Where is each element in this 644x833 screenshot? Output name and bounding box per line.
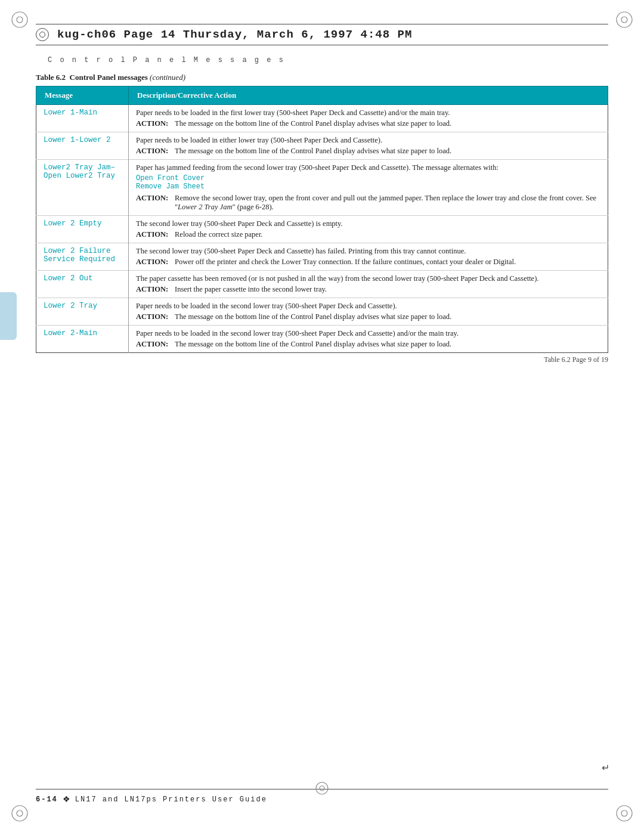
table-continued: (continued)	[150, 73, 185, 82]
footer-diamond: ❖	[63, 794, 70, 804]
action-label: ACTION:	[136, 230, 175, 239]
bottom-cross	[315, 782, 329, 797]
action-text: The message on the bottom line of the Co…	[175, 119, 451, 128]
svg-point-3	[621, 17, 627, 23]
message-cell: Lower 2 Out	[36, 271, 129, 298]
description-cell: Paper has jammed feeding from the second…	[129, 160, 608, 216]
right-arrow: ↵	[602, 762, 609, 773]
footer-page-num: 6-14	[36, 795, 58, 804]
table-row: Lower 2 Tray Paper needs to be loaded in…	[36, 298, 608, 326]
message-cell: Lower 2 Empty	[36, 216, 129, 243]
message-cell: Lower 2-Main	[36, 326, 129, 353]
message-cell: Lower 2 Tray	[36, 298, 129, 326]
main-table: Message Description/Corrective Action Lo…	[36, 86, 608, 353]
table-row: Lower 2-Main Paper needs to be loaded in…	[36, 326, 608, 353]
table-row: Lower 1-Lower 2 Paper needs to be loaded…	[36, 132, 608, 160]
svg-point-1	[17, 17, 23, 23]
header-circle	[36, 28, 49, 41]
header-title: kug-ch06 Page 14 Thursday, March 6, 1997…	[57, 28, 412, 41]
description-cell: The second lower tray (500-sheet Paper D…	[129, 216, 608, 243]
action-label: ACTION:	[136, 147, 175, 156]
table-row: Lower2 Tray Jam–Open Lower2 Tray Paper h…	[36, 160, 608, 216]
message-cell: Lower 2 FailureService Required	[36, 243, 129, 271]
table-row: Lower 2 FailureService Required The seco…	[36, 243, 608, 271]
message-cell: Lower 1-Main	[36, 105, 129, 132]
svg-point-0	[12, 12, 27, 27]
action-text: Remove the second lower tray, open the f…	[175, 194, 600, 212]
reg-mark-br	[615, 804, 633, 822]
italic-ref: Lower 2 Tray Jam	[178, 203, 232, 211]
action-block: ACTION: Reload the correct size paper.	[136, 230, 600, 239]
svg-point-8	[316, 782, 328, 794]
side-tab	[0, 292, 17, 340]
description-cell: Paper needs to be loaded in the first lo…	[129, 105, 608, 132]
table-label: Control Panel messages	[70, 73, 148, 82]
action-block: ACTION: The message on the bottom line o…	[136, 340, 600, 349]
footer-guide-text: LN17 and LN17ps Printers User Guide	[75, 795, 267, 804]
table-footer: Table 6.2 Page 9 of 19	[36, 355, 608, 364]
action-label: ACTION:	[136, 340, 175, 349]
page: kug-ch06 Page 14 Thursday, March 6, 1997…	[0, 0, 644, 833]
cyan-lines: Open Front Cover Remove Jam Sheet	[136, 174, 600, 191]
description-cell: Paper needs to be loaded in the second l…	[129, 326, 608, 353]
col-message: Message	[36, 86, 129, 105]
svg-point-2	[617, 12, 632, 27]
action-text: The message on the bottom line of the Co…	[175, 312, 451, 321]
message-cell: Lower 1-Lower 2	[36, 132, 129, 160]
col-description: Description/Corrective Action	[129, 86, 608, 105]
table-row: Lower 2 Out The paper cassette has been …	[36, 271, 608, 298]
description-cell: The paper cassette has been removed (or …	[129, 271, 608, 298]
cyan-line-2: Remove Jam Sheet	[136, 182, 600, 191]
action-block: ACTION: Remove the second lower tray, op…	[136, 194, 600, 212]
action-label: ACTION:	[136, 285, 175, 294]
table-number: Table 6.2	[36, 73, 66, 82]
svg-point-7	[621, 810, 627, 816]
action-text: The message on the bottom line of the Co…	[175, 340, 451, 349]
svg-point-9	[320, 786, 324, 791]
action-block: ACTION: The message on the bottom line o…	[136, 147, 600, 156]
description-cell: Paper needs to be loaded in the second l…	[129, 298, 608, 326]
action-text: Reload the correct size paper.	[175, 230, 263, 239]
page-header: kug-ch06 Page 14 Thursday, March 6, 1997…	[36, 24, 608, 45]
action-label: ACTION:	[136, 119, 175, 128]
reg-mark-tl	[11, 11, 29, 29]
description-cell: The second lower tray (500-sheet Paper D…	[129, 243, 608, 271]
action-label: ACTION:	[136, 194, 175, 203]
action-block: ACTION: Power off the printer and check …	[136, 258, 600, 267]
action-block: ACTION: The message on the bottom line o…	[136, 312, 600, 321]
section-heading: C o n t r o l P a n e l M e s s a g e s	[48, 56, 608, 64]
description-cell: Paper needs to be loaded in either lower…	[129, 132, 608, 160]
table-title: Table 6.2 Control Panel messages (contin…	[36, 73, 608, 82]
svg-point-4	[12, 806, 27, 821]
header-circle-inner	[39, 32, 45, 38]
action-label: ACTION:	[136, 258, 175, 267]
action-block: ACTION: Insert the paper cassette into t…	[136, 285, 600, 294]
table-row: Lower 1-Main Paper needs to be loaded in…	[36, 105, 608, 132]
action-text: Insert the paper cassette into the secon…	[175, 285, 327, 294]
reg-mark-tr	[615, 11, 633, 29]
action-label: ACTION:	[136, 312, 175, 321]
cyan-line-1: Open Front Cover	[136, 174, 600, 182]
action-text: The message on the bottom line of the Co…	[175, 147, 451, 156]
table-row: Lower 2 Empty The second lower tray (500…	[36, 216, 608, 243]
message-cell: Lower2 Tray Jam–Open Lower2 Tray	[36, 160, 129, 216]
svg-point-6	[617, 806, 632, 821]
svg-point-5	[17, 810, 23, 816]
reg-mark-bl	[11, 804, 29, 822]
action-block: ACTION: The message on the bottom line o…	[136, 119, 600, 128]
action-text: Power off the printer and check the Lowe…	[175, 258, 516, 267]
